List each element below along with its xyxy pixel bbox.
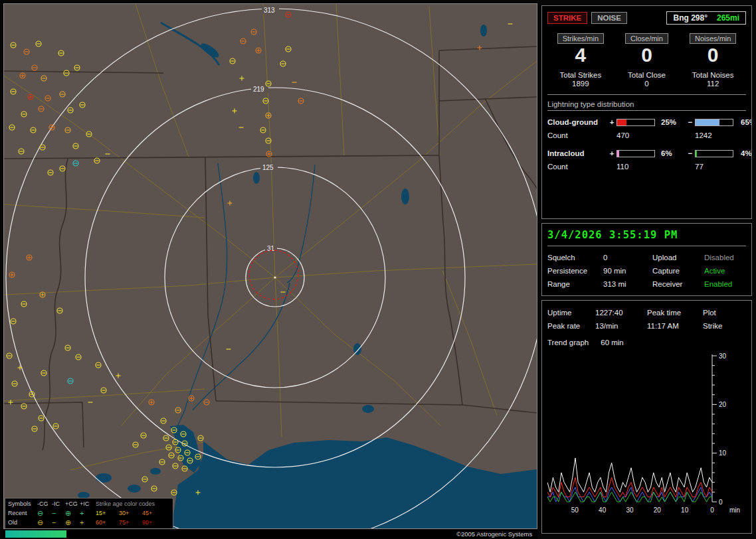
cg-pos-count: 470 (616, 129, 658, 142)
map-legend: Symbols -CG -IC +CG +IC Strike age color… (5, 498, 173, 529)
statistics-panel: STRIKE NOISE Bng 298° 265mi Strikes/min … (541, 5, 752, 219)
strikes-per-min-value: 4 (547, 44, 614, 66)
noises-per-min-value: 0 (680, 44, 746, 66)
ring-label-125: 125 (262, 164, 274, 171)
ic-pos-count: 110 (616, 160, 658, 173)
strikes-per-min-label: Strikes/min (557, 33, 604, 44)
svg-text:min: min (729, 506, 740, 514)
legend-old-label: Old (8, 518, 37, 527)
squelch-label: Squelch (547, 251, 603, 264)
ic-plus-icon: + (80, 509, 96, 518)
ic-neg-pct: 4% (737, 147, 752, 160)
capture-value: Active (704, 264, 746, 277)
total-strikes-value: 1899 (547, 80, 614, 88)
legend-age-header: Strike age color codes (96, 499, 165, 508)
cg-pos-bar (616, 119, 655, 126)
total-close-value: 0 (614, 80, 680, 88)
plus-sign: + (607, 147, 616, 160)
distribution-title: Lightning type distribution (547, 100, 746, 108)
cg-neg-pct: 65% (737, 116, 752, 129)
svg-text:20: 20 (654, 506, 662, 514)
plot-value: Strike (703, 319, 746, 333)
uptime-label: Uptime (547, 306, 595, 319)
bearing-value: Bng 298° (673, 13, 707, 23)
cg-count-label: Count (547, 129, 607, 142)
peak-rate-value: 13/min (595, 319, 647, 333)
nexstorm-window: 313 219 125 31 Symbols -CG -IC +CG +IC S… (0, 0, 756, 539)
trend-graph-label: Trend graph (547, 339, 589, 346)
persistence-value: 90 min (603, 264, 652, 277)
capture-label: Capture (652, 264, 704, 277)
upload-value: Disabled (704, 251, 746, 264)
cg-plus-icon: ⊕ (65, 518, 80, 527)
trend-graph: 010203050403020100min (547, 352, 747, 519)
age-15: 15+ (96, 508, 119, 518)
svg-text:40: 40 (599, 506, 607, 514)
bottom-status-bar: ©2005 Astrogenic Systems (3, 530, 537, 538)
persistence-label: Persistence (547, 264, 603, 277)
cloud-ground-label: Cloud-ground (547, 116, 607, 129)
close-per-min-value: 0 (614, 44, 680, 66)
peak-time-label: Peak time (647, 306, 703, 319)
total-noises-value: 112 (680, 80, 746, 88)
lightning-map[interactable]: 313 219 125 31 Symbols -CG -IC +CG +IC S… (3, 3, 537, 529)
legend-col-ic-pos: +IC (80, 499, 96, 508)
cg-pos-pct: 25% (658, 116, 686, 129)
svg-text:10: 10 (681, 506, 689, 514)
cg-plus-icon: ⊕ (65, 509, 80, 518)
ring-label-313: 313 (264, 7, 275, 14)
range-label: Range (547, 277, 603, 291)
legend-recent-label: Recent (8, 508, 37, 518)
plot-label: Plot (703, 306, 746, 319)
ic-pos-pct: 6% (658, 147, 686, 160)
legend-col-cg-neg: -CG (37, 499, 52, 508)
close-per-min-label: Close/min (625, 33, 668, 44)
ic-minus-icon: − (52, 509, 65, 518)
total-strikes-label: Total Strikes (547, 71, 614, 79)
svg-text:0: 0 (719, 499, 723, 506)
total-close-label: Total Close (614, 71, 680, 79)
legend-symbols-header: Symbols (8, 499, 37, 508)
age-60: 60+ (96, 518, 119, 527)
uptime-value: 1227:40 (595, 306, 647, 319)
ring-label-219: 219 (253, 86, 264, 93)
legend-col-cg-pos: +CG (65, 499, 80, 508)
ic-pos-bar (616, 150, 655, 157)
svg-text:10: 10 (719, 449, 727, 457)
signal-level-indicator (5, 530, 66, 538)
trend-panel: Uptime 1227:40 Peak time Plot Peak rate … (541, 300, 752, 534)
ic-count-label: Count (547, 160, 607, 173)
receiver-label: Receiver (652, 277, 704, 291)
datetime-display: 3/4/2026 3:55:19 PM (547, 229, 746, 241)
age-45: 45+ (142, 508, 165, 518)
total-noises-label: Total Noises (680, 71, 746, 79)
age-30: 30+ (119, 508, 142, 518)
svg-text:0: 0 (710, 506, 714, 514)
bearing-range-display: Bng 298° 265mi (666, 11, 746, 25)
ic-neg-bar (695, 150, 733, 157)
strike-button[interactable]: STRIKE (547, 12, 587, 24)
plus-sign: + (607, 116, 616, 129)
upload-label: Upload (652, 251, 704, 264)
intracloud-label: Intracloud (547, 147, 607, 160)
receiver-location-marker (274, 276, 276, 278)
cg-minus-icon: ⊖ (37, 518, 52, 527)
noise-button[interactable]: NOISE (591, 12, 627, 24)
map-canvas: 313 219 125 31 (4, 4, 537, 528)
cg-minus-icon: ⊖ (37, 509, 52, 518)
ic-minus-icon: − (52, 518, 65, 527)
ring-label-31: 31 (267, 245, 275, 252)
noises-per-min-label: Noises/min (690, 33, 736, 44)
ic-neg-count: 77 (695, 160, 737, 173)
cg-neg-bar (695, 119, 733, 126)
settings-panel: 3/4/2026 3:55:19 PM Squelch 0 Upload Dis… (541, 223, 752, 296)
ic-plus-icon: + (80, 518, 96, 527)
legend-col-ic-neg: -IC (52, 499, 65, 508)
age-75: 75+ (119, 518, 142, 527)
copyright-text: ©2005 Astrogenic Systems (456, 530, 532, 538)
svg-text:50: 50 (571, 506, 579, 514)
svg-text:20: 20 (719, 401, 727, 408)
range-value: 265mi (717, 13, 739, 23)
peak-time-value: 11:17 AM (647, 319, 703, 333)
minus-sign: − (686, 147, 695, 160)
